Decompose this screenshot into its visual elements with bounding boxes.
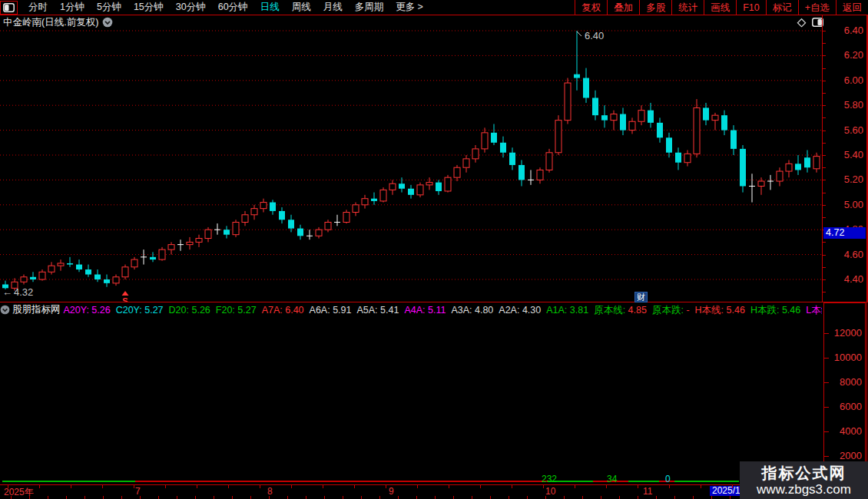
indicator-param: H本线: 5.46 [695,305,745,316]
action-menu-item[interactable]: F10 [736,0,766,15]
date-tick [701,485,701,488]
period-menu-item[interactable]: 60分钟 [212,1,254,14]
axis-tick [823,131,826,131]
price-axis-label: 5.20 [829,173,863,185]
date-tick [197,485,197,488]
axis-tick [824,407,829,408]
window-layout-button[interactable] [0,1,18,15]
date-tick [71,485,71,488]
axis-tick [824,382,829,383]
action-menu: 复权叠加多股统计画线F10标记+自选返回 [575,0,868,15]
pane-tick [472,496,472,499]
date-tick [449,485,449,488]
pane-tick [324,496,325,499]
indicator-source-label: 股朋指标网 [12,303,61,316]
action-menu-item[interactable]: 复权 [575,0,607,15]
price-axis-label: 4.40 [829,273,863,285]
chart-title-bar: 中金岭南(日线.前复权) [3,16,113,28]
period-menu-item[interactable]: 5分钟 [91,1,128,14]
pane-tick [177,496,177,499]
pane-tick [527,496,528,499]
pane-tick [29,496,30,499]
date-tick [512,485,512,488]
period-menu-item[interactable]: 30分钟 [170,1,212,14]
date-tick [102,485,103,488]
price-axis-label: 5.40 [829,149,863,160]
pane-tick [435,496,436,499]
right-frame-border [866,15,867,466]
axis-tick [823,242,826,243]
pane-tick [582,496,583,499]
axis-tick [823,55,826,56]
low-price-label: ←4.32 [2,286,33,298]
cai-flag-badge[interactable]: 财 [634,292,648,302]
axis-tick [823,205,826,206]
pane-tick [269,496,270,499]
top-toolbar: 分时1分钟5分钟15分钟30分钟60分钟日线周线月线多周期更多 > 复权叠加多股… [0,0,868,15]
period-menu-item[interactable]: 日线 [254,1,286,14]
pane-tick [509,496,509,499]
period-menu-item[interactable]: 分时 [22,1,54,14]
indicator-param: A5A: 5.41 [356,305,399,316]
price-axis-label: 6.00 [829,74,863,86]
indicator-param: A3A: 4.80 [451,305,493,316]
period-menu-item[interactable]: 周线 [286,1,317,14]
indicator-collapse-icon[interactable] [0,305,10,315]
axis-tick [823,93,826,94]
indicator-params: A20Y: 5.26C20Y: 5.27D20: 5.26F20: 5.27A7… [64,302,823,316]
period-menu-item[interactable]: 更多 > [389,1,429,14]
pane-tick [545,496,546,499]
pane-tick [564,496,565,499]
price-axis-label: 6.20 [829,49,863,61]
pane-tick [214,496,214,499]
price-axis-label: 5.00 [829,199,863,210]
action-menu-item[interactable]: 叠加 [607,0,639,15]
date-tick [669,485,670,488]
candlestick-chart[interactable]: 6.40 ←4.32 S [0,15,822,302]
action-menu-item[interactable]: 多股 [639,0,671,15]
date-tick [39,485,40,488]
date-tick [291,485,292,488]
footer-indicator-value: 34 [607,474,617,484]
buy-signal-label: S [122,296,128,302]
pane-tick [711,496,712,499]
axis-tick [823,255,826,256]
month-label: 7 [135,486,141,497]
period-menu-item[interactable]: 15分钟 [128,1,170,14]
date-tick [606,485,607,488]
pane-tick [103,496,104,499]
month-label: 10 [545,486,555,497]
axis-tick [823,292,826,292]
axis-tick [823,267,826,268]
title-dropdown-icon[interactable] [102,17,113,28]
indicator-param: H本跌: 5.46 [750,305,800,316]
date-tick [165,485,166,488]
pane-tick [490,496,491,499]
axis-tick [823,167,826,168]
action-menu-item[interactable]: 统计 [671,0,704,15]
pane-tick [453,496,454,499]
date-tick [323,485,323,488]
price-axis-label: 4.60 [829,249,863,260]
watermark-title: 指标公式网 [762,464,846,482]
footer-indicator-value: 0 [665,474,671,484]
date-tick [354,485,355,488]
volume-axis-label: 8000 [825,376,862,388]
pane-tick [66,496,67,499]
action-menu-item[interactable]: 返回 [836,0,868,15]
month-label: 11 [643,486,652,497]
period-menu-item[interactable]: 多周期 [349,1,390,14]
action-menu-item[interactable]: +自选 [798,0,836,15]
action-menu-item[interactable]: 画线 [704,0,736,15]
pane-divider [0,302,868,302]
pane-tick [619,496,620,499]
period-menu-item[interactable]: 1分钟 [54,1,91,14]
pane-tick [601,496,601,499]
axis-tick [824,333,829,334]
price-axis: 4.72 6.406.206.005.805.605.405.205.004.8… [822,15,868,302]
pane-tick [195,496,196,499]
period-menu-item[interactable]: 月线 [317,1,349,14]
volume-axis-label: 2000 [825,450,862,461]
action-menu-item[interactable]: 标记 [766,0,798,15]
axis-tick [823,43,826,44]
